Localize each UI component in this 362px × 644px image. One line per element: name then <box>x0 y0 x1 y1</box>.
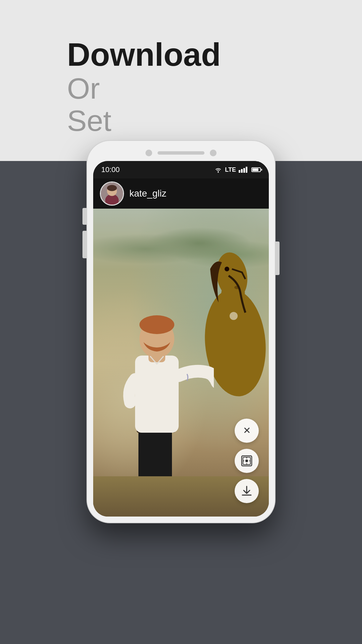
signal-bar-2 <box>241 169 243 173</box>
signal-bars-icon <box>239 167 247 173</box>
phone-outer-shell: 10:00 LTE <box>87 141 275 523</box>
set-wallpaper-button[interactable] <box>235 449 259 473</box>
story-image[interactable] <box>93 209 269 517</box>
story-header: kate_gliz <box>93 178 269 209</box>
phone-screen: 10:00 LTE <box>93 161 269 517</box>
wifi-icon <box>214 167 222 173</box>
battery-icon <box>251 167 261 172</box>
status-time: 10:00 <box>101 165 120 174</box>
lte-indicator: LTE <box>225 166 236 173</box>
phone-notch <box>93 147 269 161</box>
download-icon <box>241 485 253 497</box>
front-camera <box>145 150 152 156</box>
man-figure <box>113 302 214 496</box>
avatar-image <box>101 182 123 205</box>
download-button[interactable] <box>235 479 259 503</box>
subtitle-or: Or <box>67 72 362 105</box>
signal-bar-3 <box>243 168 245 173</box>
story-username: kate_gliz <box>129 188 167 199</box>
close-button[interactable] <box>235 419 259 443</box>
svg-point-9 <box>230 312 238 320</box>
status-bar: 10:00 LTE <box>93 161 269 178</box>
volume-down-button[interactable] <box>82 231 86 248</box>
battery-fill <box>252 168 258 171</box>
signal-bar-4 <box>246 167 247 173</box>
avatar-svg <box>101 181 123 206</box>
speaker-grille <box>158 151 204 155</box>
status-icons: LTE <box>214 166 261 173</box>
svg-point-8 <box>225 267 229 271</box>
proximity-sensor <box>210 150 217 156</box>
bottom-section: 10:00 LTE <box>0 161 362 644</box>
top-section: Download Or Set <box>0 0 362 161</box>
subtitle-set: Set <box>67 105 362 137</box>
svg-point-3 <box>107 185 117 191</box>
signal-bar-1 <box>239 170 240 173</box>
wallpaper-icon <box>241 455 253 467</box>
page-title: Download <box>67 37 362 72</box>
svg-point-19 <box>245 460 248 462</box>
close-icon <box>243 426 251 435</box>
phone-mockup: 10:00 LTE <box>87 141 275 523</box>
svg-point-16 <box>139 315 174 334</box>
svg-point-6 <box>213 250 251 302</box>
avatar[interactable] <box>100 181 124 206</box>
volume-up-button[interactable] <box>82 208 86 225</box>
svg-rect-13 <box>135 356 179 433</box>
